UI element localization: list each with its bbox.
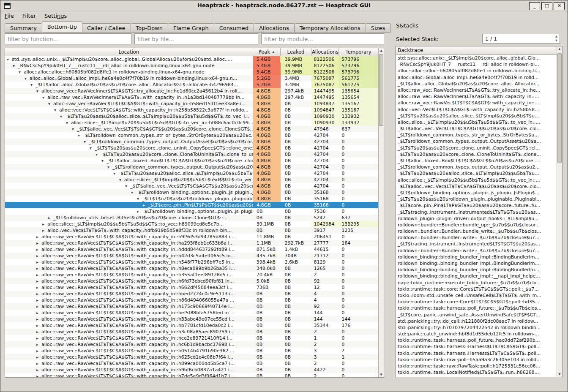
- backtrace-frame[interactable]: tokio::runtime::task::LocalNotified$LT$S…: [396, 369, 557, 376]
- expander-open-icon[interactable]: ▾: [78, 132, 83, 139]
- scroll-down-icon[interactable]: ▼: [557, 372, 562, 377]
- table-row[interactable]: ▸_$LT$core..pin..Pin$LT$P$GT$$u20$as$u20…: [5, 202, 378, 208]
- backtrace-frame[interactable]: tokio::runtime::task::raw::poll::h5aa9a3…: [396, 357, 557, 363]
- table-row[interactable]: ▾_$LT$T$u20$as$u20$core..clone..CloneToU…: [5, 151, 378, 158]
- backtrace-frame[interactable]: _$LT$T$u20$as$u20$core..clone..CloneToUn…: [396, 151, 557, 158]
- table-row[interactable]: ▾alloc::vec::Vec$LT$T$C$A$GT$::with_capa…: [5, 107, 378, 113]
- backtrace-frame[interactable]: rolldown_binding::binding_bundler_impl::…: [396, 267, 557, 273]
- expander-open-icon[interactable]: ▾: [72, 126, 77, 132]
- backtrace-frame[interactable]: _$LT$rolldown_common..types..str_or_byte…: [396, 132, 557, 138]
- backtrace-frame[interactable]: rolldown_binding::binding_bundler_impl::…: [396, 273, 557, 279]
- expander-open-icon[interactable]: ▾: [96, 151, 101, 158]
- backtrace-frame[interactable]: tokio::runtime::task::core::Core$LT$T$C$…: [396, 299, 557, 305]
- scroll-up-icon[interactable]: ▲: [379, 48, 384, 53]
- backtrace-frame[interactable]: tokio::runtime::task::harness::Harness$L…: [396, 343, 557, 350]
- expander-closed-icon[interactable]: ▸: [36, 278, 41, 284]
- table-row[interactable]: ▸alloc::raw_vec::RawVec$LT$T$C$A$GT$::wi…: [5, 335, 378, 341]
- column-header-location[interactable]: Location: [5, 48, 253, 56]
- backtrace-frame[interactable]: _$LT$T$u20$as$u20$core..clone..uninit..C…: [396, 145, 557, 151]
- backtrace-frame[interactable]: _$LT$core..panic..unwind_safe..AssertUnw…: [396, 312, 557, 318]
- expander-closed-icon[interactable]: ▸: [42, 227, 47, 234]
- table-row[interactable]: ▸_$LT$rolldown_binding..options..plugin.…: [5, 208, 378, 215]
- backtrace-frame[interactable]: std::panicking::try::h70707972d4422542 i…: [396, 324, 557, 331]
- tab-sizes[interactable]: Sizes: [366, 23, 390, 33]
- table-row[interactable]: ▾_$LT$T$u20$as$u20$rolldown_plugin..plug…: [5, 196, 378, 202]
- expander-closed-icon[interactable]: ▸: [36, 246, 41, 253]
- table-row[interactable]: ▾alloc::slice::_$LT$impl$u20$$u5b$T$u5d$…: [5, 120, 378, 126]
- filter-file-input[interactable]: [134, 33, 258, 44]
- table-row[interactable]: ▸alloc::raw_vec::RawVec$LT$T$C$A$GT$::wi…: [5, 322, 378, 329]
- tab-summary[interactable]: Summary: [5, 23, 42, 33]
- spin-down-icon[interactable]: ▼: [553, 38, 560, 43]
- expander-open-icon[interactable]: ▾: [7, 56, 12, 63]
- tab-consumed[interactable]: Consumed: [214, 23, 254, 33]
- backtrace-frame[interactable]: tokio::runtime::task::raw::RawTask::poll…: [396, 363, 557, 369]
- backtrace-frame[interactable]: alloc::vec::Vec$LT$T$C$A$GT$::with_capac…: [396, 106, 557, 113]
- table-row[interactable]: ▾_$LT$T$u20$as$u20$alloc..slice..$LT$imp…: [5, 170, 378, 177]
- table-row[interactable]: ▸alloc::raw_vec::RawVec$LT$T$C$A$GT$::wi…: [5, 303, 378, 310]
- expander-open-icon[interactable]: ▾: [48, 101, 53, 107]
- table-row[interactable]: ▸alloc::raw_vec::RawVec$LT$T$C$A$GT$::wi…: [5, 316, 378, 322]
- table-row[interactable]: ▾_$LT$rolldown_common..types..output..Ou…: [5, 139, 378, 145]
- expander-open-icon[interactable]: ▾: [90, 145, 95, 151]
- menu-file[interactable]: File: [0, 11, 18, 21]
- backtrace-scrollbar[interactable]: ▲ ▼: [557, 46, 562, 377]
- column-header-leaked[interactable]: Leaked: [281, 48, 312, 56]
- selected-stack-spinner[interactable]: 1 / 1 ▲ ▼: [482, 34, 560, 44]
- backtrace-frame[interactable]: tokio::runtime::task::harness::poll_futu…: [396, 337, 557, 343]
- backtrace-frame[interactable]: _$LT$tracing..instrument..Instrumented$L…: [396, 241, 557, 247]
- backtrace-frame[interactable]: _$LT$T$u20$as$u20$rolldown_plugin..plugi…: [396, 196, 557, 202]
- backtrace-frame[interactable]: _$LT$T$u20$as$u20$alloc..slice..$LT$impl…: [396, 170, 557, 177]
- expander-closed-icon[interactable]: ▸: [36, 354, 41, 360]
- expander-closed-icon[interactable]: ▸: [143, 202, 148, 208]
- table-row[interactable]: ▾_$LT$T$u20$as$u20$core..clone..uninit..…: [5, 145, 378, 151]
- table-row[interactable]: ▾_RNvCscSpY9Juk0HT_7___rustc11___rdl_all…: [5, 63, 378, 69]
- expander-open-icon[interactable]: ▾: [119, 177, 124, 183]
- backtrace-frame[interactable]: alloc::raw_vec::RawVecInner$LT$A$GT$::tr…: [396, 87, 557, 93]
- backtrace-scrollbar-thumb[interactable]: [557, 53, 562, 163]
- table-row[interactable]: ▾_$LT$alloc..alloc..Global$u20$as$u20$co…: [5, 82, 378, 88]
- table-row[interactable]: ▸alloc::raw_vec::RawVec$LT$T$C$A$GT$::wi…: [5, 373, 378, 377]
- maximize-button[interactable]: □: [541, 2, 552, 10]
- backtrace-frame[interactable]: _$LT$rolldown_binding..options..plugin..…: [396, 190, 557, 196]
- expander-closed-icon[interactable]: ▸: [36, 234, 41, 240]
- table-scrollbar-thumb[interactable]: [379, 54, 383, 126]
- backtrace-frame[interactable]: _$LT$alloc..vec..Vec$LT$T$C$A$GT$$u20$as…: [396, 125, 557, 132]
- expander-closed-icon[interactable]: ▸: [36, 265, 41, 272]
- table-row[interactable]: ▸alloc::raw_vec::RawVec$LT$T$C$A$GT$::wi…: [5, 341, 378, 348]
- table-row[interactable]: ▾alloc::raw_vec::RawVec$LT$T$C$A$GT$::wi…: [5, 101, 378, 107]
- expander-open-icon[interactable]: ▾: [131, 189, 136, 196]
- backtrace-frame[interactable]: rolldown::bundler::Bundler::write::_$u7b…: [396, 248, 557, 254]
- table-row[interactable]: ▾alloc::alloc::Global::alloc_impl::he6a4…: [5, 75, 378, 82]
- table-row[interactable]: ▾_$LT$alloc..vec..Vec$LT$T$C$A$GT$$u20$a…: [5, 126, 378, 132]
- expander-closed-icon[interactable]: ▸: [36, 360, 41, 367]
- backtrace-frame[interactable]: rolldown::bundler::Bundler::write::_$u7b…: [396, 234, 557, 241]
- backtrace-frame[interactable]: _$LT$T$u20$as$u20$alloc..slice..$LT$impl…: [396, 113, 557, 119]
- table-row[interactable]: ▸alloc::raw_vec::RawVec$LT$T$C$A$GT$::wi…: [5, 310, 378, 316]
- expander-closed-icon[interactable]: ▸: [36, 322, 41, 329]
- menu-filter[interactable]: Filter: [18, 11, 40, 21]
- expander-open-icon[interactable]: ▾: [113, 170, 118, 177]
- expander-open-icon[interactable]: ▾: [84, 139, 89, 145]
- backtrace-frame[interactable]: alloc::slice::_$LT$impl$u20$$u5b$T$u5d$$…: [396, 177, 557, 183]
- expander-closed-icon[interactable]: ▸: [36, 303, 41, 310]
- expander-closed-icon[interactable]: ▸: [36, 341, 41, 348]
- expander-open-icon[interactable]: ▾: [30, 82, 36, 88]
- backtrace-frame[interactable]: std::panicking::try::do_call::h121880f2d…: [396, 318, 557, 324]
- table-row[interactable]: ▸alloc::raw_vec::RawVec$LT$T$C$A$GT$::wi…: [5, 354, 378, 360]
- table-row[interactable]: ▸alloc::raw_vec::RawVec$LT$T$C$A$GT$::wi…: [5, 272, 378, 278]
- expander-closed-icon[interactable]: ▸: [36, 272, 41, 278]
- menu-settings[interactable]: Settings: [40, 11, 71, 21]
- tab-caller-callee[interactable]: Caller / Callee: [82, 23, 131, 33]
- table-row[interactable]: ▾alloc::alloc::alloc::h60805bf082d8ffe1 …: [5, 69, 378, 75]
- table-row[interactable]: ▾alloc::raw_vec::RawVecInner$LT$A$GT$::w…: [5, 94, 378, 101]
- expander-closed-icon[interactable]: ▸: [36, 367, 41, 373]
- table-row[interactable]: ▸alloc::slice::_$LT$impl$u20$$u5b$T$u5d$…: [5, 221, 378, 227]
- table-row[interactable]: ▸alloc::raw_vec::RawVec$LT$T$C$A$GT$::wi…: [5, 240, 378, 246]
- filter-function-input[interactable]: [5, 33, 131, 44]
- expander-closed-icon[interactable]: ▸: [36, 348, 41, 354]
- backtrace-frame[interactable]: alloc::raw_vec::RawVecInner$LT$A$GT$::wi…: [396, 93, 557, 100]
- minimize-button[interactable]: _: [529, 2, 540, 10]
- column-header-peak[interactable]: Peak▲: [253, 48, 281, 56]
- table-row[interactable]: ▸alloc::vec::Vec$LT$T$GT$::with_capacity…: [5, 227, 378, 234]
